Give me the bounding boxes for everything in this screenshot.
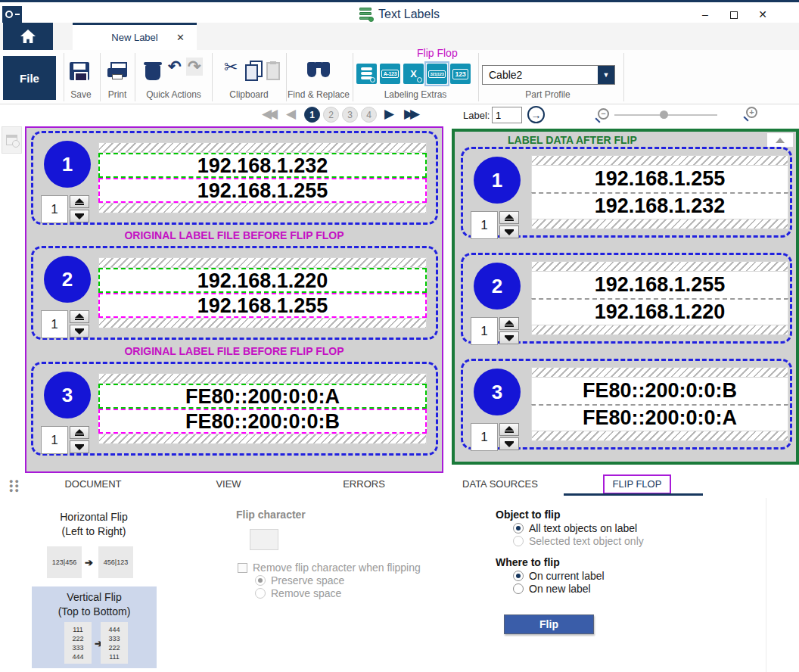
next-label-button[interactable]: ▶ [384, 106, 394, 122]
save-icon[interactable] [70, 62, 89, 80]
label-group-1[interactable]: 1 1 192.168.1.232 192.168.1.255 [31, 131, 438, 225]
serialization-icon[interactable]: A-123 [380, 64, 400, 84]
on-current-label-label[interactable]: On current label [529, 570, 605, 582]
label-preview[interactable]: FE80::200:0:0:A FE80::200:0:0:B [98, 373, 427, 444]
copies-value[interactable]: 1 [41, 426, 68, 454]
tab-new-label[interactable]: New Label ✕ [73, 23, 197, 50]
text-object-2[interactable]: 192.168.1.255 [98, 178, 427, 203]
label-preview[interactable]: 192.168.1.255 192.168.1.232 [531, 155, 788, 229]
text-object-1[interactable]: 192.168.1.232 [98, 153, 427, 178]
copies-value[interactable]: 1 [471, 317, 498, 345]
file-button[interactable]: File [3, 56, 56, 100]
tab-document[interactable]: DOCUMENT [44, 478, 142, 490]
flipped-label-group-3[interactable]: 3 1 FE80::200:0:0:B FE80::200:0:0:A [461, 359, 792, 450]
tab-errors[interactable]: ERRORS [315, 478, 413, 490]
tab-close-icon[interactable]: ✕ [176, 32, 185, 43]
cut-icon[interactable]: ✂ [224, 58, 238, 77]
clear-data-icon[interactable]: X [403, 64, 424, 84]
spinner-up-button[interactable] [499, 423, 519, 436]
copies-spinner[interactable]: 1 [41, 195, 89, 223]
zoom-slider-thumb[interactable] [660, 110, 668, 119]
spinner-down-button[interactable] [70, 440, 89, 453]
print-group-label[interactable]: Print [100, 89, 135, 100]
copies-value[interactable]: 1 [41, 195, 68, 223]
maximize-button[interactable] [723, 7, 745, 22]
part-profile-select[interactable]: Cable2 ▼ [482, 65, 615, 85]
text-object-2[interactable]: FE80::200:0:0:A [531, 404, 788, 431]
undo-icon[interactable]: ↶ [168, 58, 182, 76]
save-group-label[interactable]: Save [64, 89, 98, 100]
spinner-down-button[interactable] [499, 437, 519, 450]
page-3-button[interactable]: 3 [342, 107, 358, 123]
spinner-down-button[interactable] [70, 325, 89, 338]
label-group-2[interactable]: 2 1 192.168.1.220 192.168.1.255 [31, 246, 438, 340]
data-import-icon[interactable] [356, 64, 377, 84]
text-object-1[interactable]: FE80::200:0:0:B [531, 378, 788, 404]
text-object-2[interactable]: 192.168.1.220 [531, 298, 788, 325]
page-4-button[interactable]: 4 [361, 107, 377, 123]
text-object-2[interactable]: 192.168.1.232 [531, 192, 788, 219]
last-label-button[interactable]: ▶▶ [404, 106, 416, 122]
copy-icon[interactable] [245, 61, 260, 79]
spinner-down-button[interactable] [499, 226, 519, 238]
on-new-label-label[interactable]: On new label [529, 583, 591, 595]
copies-spinner[interactable]: 1 [471, 211, 519, 239]
text-object-1[interactable]: 192.168.1.220 [98, 268, 427, 293]
text-object-2[interactable]: 192.168.1.255 [98, 293, 427, 318]
flip-flop-tool-icon[interactable]: 321|123 [427, 64, 447, 84]
delete-icon[interactable] [145, 62, 160, 80]
copies-value[interactable]: 1 [471, 423, 498, 451]
text-object-2[interactable]: FE80::200:0:0:B [98, 409, 427, 434]
spinner-up-button[interactable] [70, 195, 89, 208]
home-tab[interactable] [3, 23, 53, 50]
on-new-label-radio[interactable] [513, 583, 524, 594]
flip-button[interactable]: Flip [504, 614, 594, 634]
all-text-objects-label[interactable]: All text objects on label [529, 522, 637, 534]
spinner-down-button[interactable] [70, 210, 89, 222]
vertical-flip-option-selected[interactable]: Vertical Flip (Top to Bottom) 111 222 33… [32, 586, 157, 668]
zoom-in-icon[interactable]: + [746, 107, 757, 118]
scroll-up-button[interactable] [767, 133, 793, 147]
flipped-label-group-1[interactable]: 1 1 192.168.1.255 192.168.1.232 [461, 147, 792, 238]
spinner-up-button[interactable] [499, 317, 519, 330]
horizontal-flip-title[interactable]: Horizontal Flip [18, 511, 169, 523]
label-preview[interactable]: 192.168.1.255 192.168.1.220 [531, 261, 788, 335]
label-preview[interactable]: FE80::200:0:0:B FE80::200:0:0:A [531, 367, 788, 441]
text-object-1[interactable]: 192.168.1.255 [531, 166, 788, 192]
copies-value[interactable]: 1 [471, 211, 498, 239]
label-preview[interactable]: 192.168.1.220 192.168.1.255 [98, 257, 427, 328]
page-2-button[interactable]: 2 [323, 107, 339, 123]
close-button[interactable]: ✕ [752, 7, 773, 22]
minimize-button[interactable]: – [695, 7, 716, 22]
tab-view[interactable]: VIEW [179, 478, 278, 490]
copies-spinner[interactable]: 1 [471, 423, 519, 451]
text-object-1[interactable]: 192.168.1.255 [531, 272, 788, 298]
label-number-input[interactable] [492, 107, 522, 123]
all-text-objects-radio[interactable] [513, 523, 524, 534]
spinner-up-button[interactable] [70, 310, 89, 323]
copies-value[interactable]: 1 [41, 310, 68, 338]
go-to-label-button[interactable]: → [527, 106, 545, 123]
text-object-1[interactable]: FE80::200:0:0:A [98, 384, 427, 409]
flipped-label-group-2[interactable]: 2 1 192.168.1.255 192.168.1.220 [461, 253, 792, 344]
spinner-down-button[interactable] [499, 331, 519, 344]
chevron-down-icon[interactable]: ▼ [598, 66, 614, 84]
label-group-3[interactable]: 3 1 FE80::200:0:0:A FE80::200:0:0:B [31, 362, 438, 456]
tab-data-sources[interactable]: DATA SOURCES [451, 478, 549, 490]
horizontal-flip-subtitle[interactable]: (Left to Right) [18, 525, 169, 537]
on-current-label-radio[interactable] [513, 571, 524, 581]
zoom-out-icon[interactable]: − [598, 108, 609, 120]
page-1-button[interactable]: 1 [304, 107, 320, 123]
find-replace-icon[interactable] [307, 61, 330, 79]
numbers-tool-icon[interactable]: 123 [450, 64, 471, 84]
first-label-button[interactable]: ◀◀ [262, 106, 274, 122]
find-replace-group-label[interactable]: Find & Replace [284, 89, 353, 100]
copies-spinner[interactable]: 1 [41, 310, 89, 338]
copies-spinner[interactable]: 1 [471, 317, 519, 345]
label-preview[interactable]: 192.168.1.232 192.168.1.255 [98, 142, 427, 213]
print-icon[interactable] [107, 62, 127, 80]
copies-spinner[interactable]: 1 [41, 426, 89, 454]
spinner-up-button[interactable] [70, 426, 89, 439]
drag-handle-icon[interactable]: ●●●●●● [9, 479, 20, 494]
previous-label-button[interactable]: ◀ [286, 106, 296, 122]
